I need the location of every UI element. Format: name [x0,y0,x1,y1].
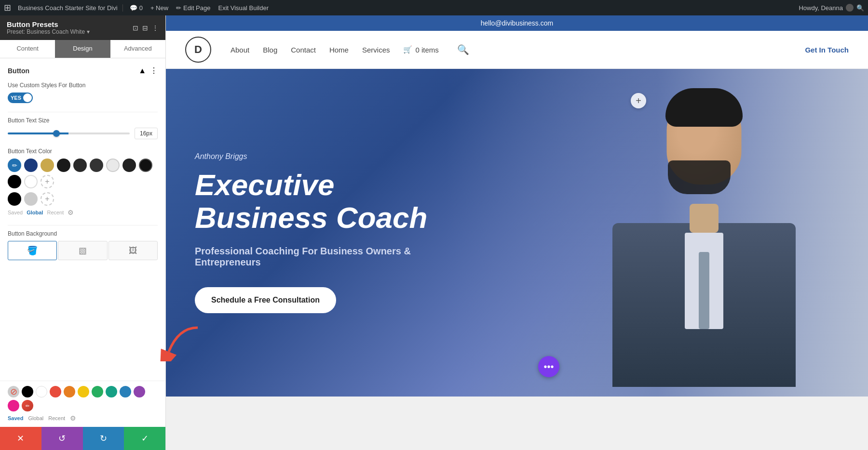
black-swatch[interactable] [22,386,33,397]
bg-tab-image[interactable]: 🖼 [108,241,158,260]
green-swatch[interactable] [92,386,103,397]
add-color-button2[interactable]: + [41,192,54,206]
tab-advanced[interactable]: Advanced [110,40,165,58]
nav-about[interactable]: About [231,46,249,54]
edit-page-link[interactable]: ✏ Edit Page [172,4,214,12]
white-swatch[interactable] [36,386,47,397]
swatch-dark-outline[interactable] [139,159,152,172]
bg-tab-gradient[interactable]: ▧ [58,241,107,260]
hero-section: + Anthony Briggs Executive Business Coac… [166,69,868,397]
red-arrow-annotation [154,323,212,363]
undo-icon: ↺ [58,433,66,444]
yellow-swatch[interactable] [78,386,89,397]
pen-swatch[interactable]: ✏ [22,400,33,411]
text-size-slider[interactable] [8,132,130,134]
swatch-dark1[interactable] [57,159,70,172]
blue-swatch[interactable] [120,386,131,397]
panel-content: Button ▲ ⋮ Use Custom Styles For Button … [0,58,165,381]
text-size-slider-row: 16px [8,128,158,139]
redo-icon: ↻ [100,433,107,444]
custom-styles-toggle[interactable]: YES [8,93,33,103]
swatch-blue-pen[interactable]: ✏ [8,159,21,172]
section-more-icon[interactable]: ⋮ [150,66,158,75]
recent-bottom-label: Recent [48,415,65,421]
bottom-settings-icon[interactable]: ⚙ [70,414,76,422]
bg-tab-fill[interactable]: 🪣 [8,241,57,260]
text-size-label: Button Text Size [8,117,158,124]
add-color-button[interactable]: + [41,175,54,188]
custom-styles-toggle-container: YES [8,93,158,103]
panel-header: Button Presets Preset: Business Coach Wh… [0,15,165,40]
swatch-dark-blue[interactable] [24,159,38,172]
site-name[interactable]: Business Coach Starter Site for Divi [13,4,123,12]
recent-label: Recent [47,210,64,215]
nav-cta[interactable]: Get In Touch [805,46,849,54]
text-color-label: Button Text Color [8,148,158,155]
more-options-hero-button[interactable]: ••• [538,356,559,377]
orange-swatch[interactable] [64,386,75,397]
red-swatch[interactable] [50,386,61,397]
tab-design[interactable]: Design [55,40,110,58]
viewport-icon[interactable]: ⊡ [133,24,138,32]
email-link[interactable]: hello@divibusiness.com [481,19,553,27]
save-icon: ✓ [141,433,149,444]
no-color-swatch[interactable]: ⊘ [8,386,19,397]
background-field: Button Background 🪣 ▧ 🖼 [8,230,158,260]
pink-swatch[interactable] [8,400,19,411]
wp-logo-icon[interactable]: ⊞ [4,2,11,13]
main-content: hello@divibusiness.com D About Blog Cont… [166,15,868,450]
expand-icon[interactable]: ▲ [138,66,146,75]
nav-contact[interactable]: Contact [291,46,316,54]
avatar [846,4,854,12]
search-nav-icon[interactable]: 🔍 [457,44,469,55]
divider2 [8,225,158,225]
columns-icon[interactable]: ⊟ [142,24,148,32]
swatch-black[interactable] [8,175,21,188]
swatch-dark-circle[interactable] [122,159,136,172]
text-color-swatches-row2: + [8,192,158,206]
hero-cta-button[interactable]: Schedule a Free Consultation [195,287,336,313]
saved-bottom-label: Saved [8,415,23,421]
tab-content[interactable]: Content [0,40,55,58]
nav-blog[interactable]: Blog [263,46,277,54]
global-label[interactable]: Global [27,210,43,215]
add-element-button[interactable]: + [631,93,646,108]
nav-services[interactable]: Services [362,46,390,54]
swatch-black2[interactable] [8,192,21,206]
nav-cart[interactable]: 🛒 0 items [403,45,438,54]
search-icon[interactable]: 🔍 [856,4,864,12]
panel-title: Button Presets [7,20,90,28]
color-settings-icon[interactable]: ⚙ [68,209,74,216]
swatch-gray[interactable] [24,192,38,206]
undo-button[interactable]: ↺ [41,427,83,450]
preset-label[interactable]: Preset: Business Coach White ▾ [7,28,90,35]
section-header: Button ▲ ⋮ [8,66,158,75]
comment-icon: 💬 [130,4,137,12]
swatch-white[interactable] [24,175,38,188]
swatch-light[interactable] [106,159,120,172]
section-title: Button [8,67,29,75]
more-options-icon[interactable]: ⋮ [152,24,159,32]
new-post-button[interactable]: + New [147,4,172,12]
slider-value[interactable]: 16px [135,128,158,139]
swatch-gold[interactable] [41,159,54,172]
color-row-labels: Saved Global Recent ⚙ [8,209,158,216]
swatch-dark3[interactable] [90,159,103,172]
cancel-button[interactable]: ✕ [0,427,41,450]
slider-thumb [53,130,60,137]
site-logo[interactable]: D [185,37,211,63]
redo-button[interactable]: ↻ [83,427,124,450]
exit-visual-builder-button[interactable]: Exit Visual Builder [214,4,272,12]
nav-home[interactable]: Home [329,46,349,54]
text-color-field: Button Text Color ✏ + + [8,148,158,216]
chevron-down-icon: ▾ [87,28,90,35]
comments-link[interactable]: 💬 0 [126,4,147,12]
left-panel: Button Presets Preset: Business Coach Wh… [0,15,166,450]
save-button[interactable]: ✓ [124,427,165,450]
teal-swatch[interactable] [106,386,117,397]
user-account-menu[interactable]: Howdy, Deanna 🔍 [799,4,864,12]
purple-swatch[interactable] [134,386,145,397]
bottom-color-area: ⊘ ✏ Saved Global Recent ⚙ [0,381,165,427]
swatch-dark2[interactable] [73,159,87,172]
toggle-yes-label: YES [9,95,23,101]
